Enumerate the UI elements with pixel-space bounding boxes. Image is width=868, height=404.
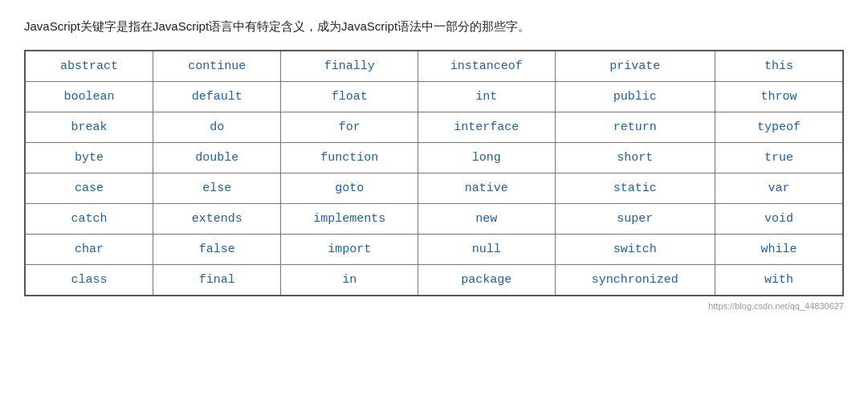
table-cell: return bbox=[555, 112, 715, 142]
watermark: https://blog.csdn.net/qq_44830627 bbox=[24, 301, 844, 311]
table-cell: long bbox=[418, 142, 556, 173]
table-row: abstractcontinuefinallyinstanceofprivate… bbox=[25, 51, 843, 82]
table-cell: static bbox=[555, 173, 715, 203]
table-row: breakdoforinterfacereturntypeof bbox=[25, 112, 843, 142]
table-cell: instanceof bbox=[418, 51, 556, 82]
table-cell: void bbox=[715, 203, 843, 234]
table-cell: char bbox=[25, 234, 153, 264]
table-cell: false bbox=[153, 234, 280, 264]
keyword-table: abstractcontinuefinallyinstanceofprivate… bbox=[24, 50, 844, 296]
table-cell: new bbox=[418, 203, 556, 234]
table-cell: boolean bbox=[25, 81, 153, 112]
table-cell: int bbox=[418, 81, 556, 112]
table-cell: break bbox=[25, 112, 153, 142]
table-row: booleandefaultfloatintpublicthrow bbox=[25, 81, 843, 112]
table-row: charfalseimportnullswitchwhile bbox=[25, 234, 843, 264]
table-cell: float bbox=[281, 81, 418, 112]
table-cell: extends bbox=[153, 203, 280, 234]
table-cell: goto bbox=[281, 173, 418, 203]
table-row: catchextendsimplementsnewsupervoid bbox=[25, 203, 843, 234]
table-cell: interface bbox=[418, 112, 556, 142]
table-cell: this bbox=[715, 51, 843, 82]
table-cell: typeof bbox=[715, 112, 843, 142]
table-cell: synchronized bbox=[555, 264, 715, 296]
table-cell: default bbox=[153, 81, 280, 112]
table-cell: finally bbox=[281, 51, 418, 82]
table-cell: with bbox=[715, 264, 843, 296]
table-cell: throw bbox=[715, 81, 843, 112]
table-cell: final bbox=[153, 264, 280, 296]
table-cell: catch bbox=[25, 203, 153, 234]
table-row: caseelsegotonativestaticvar bbox=[25, 173, 843, 203]
table-cell: native bbox=[418, 173, 556, 203]
table-cell: for bbox=[281, 112, 418, 142]
table-cell: while bbox=[715, 234, 843, 264]
table-cell: short bbox=[555, 142, 715, 173]
table-cell: class bbox=[25, 264, 153, 296]
table-cell: switch bbox=[555, 234, 715, 264]
table-cell: else bbox=[153, 173, 280, 203]
table-cell: private bbox=[555, 51, 715, 82]
table-cell: byte bbox=[25, 142, 153, 173]
table-cell: in bbox=[281, 264, 418, 296]
table-cell: package bbox=[418, 264, 556, 296]
table-cell: super bbox=[555, 203, 715, 234]
table-cell: continue bbox=[153, 51, 280, 82]
table-cell: import bbox=[281, 234, 418, 264]
table-cell: public bbox=[555, 81, 715, 112]
table-cell: null bbox=[418, 234, 556, 264]
table-row: bytedoublefunctionlongshorttrue bbox=[25, 142, 843, 173]
intro-paragraph: JavaScript关键字是指在JavaScript语言中有特定含义，成为Jav… bbox=[24, 16, 844, 37]
table-cell: case bbox=[25, 173, 153, 203]
table-row: classfinalinpackagesynchronizedwith bbox=[25, 264, 843, 296]
table-cell: var bbox=[715, 173, 843, 203]
table-cell: function bbox=[281, 142, 418, 173]
table-cell: do bbox=[153, 112, 280, 142]
table-cell: double bbox=[153, 142, 280, 173]
table-cell: implements bbox=[281, 203, 418, 234]
table-cell: true bbox=[715, 142, 843, 173]
table-cell: abstract bbox=[25, 51, 153, 82]
